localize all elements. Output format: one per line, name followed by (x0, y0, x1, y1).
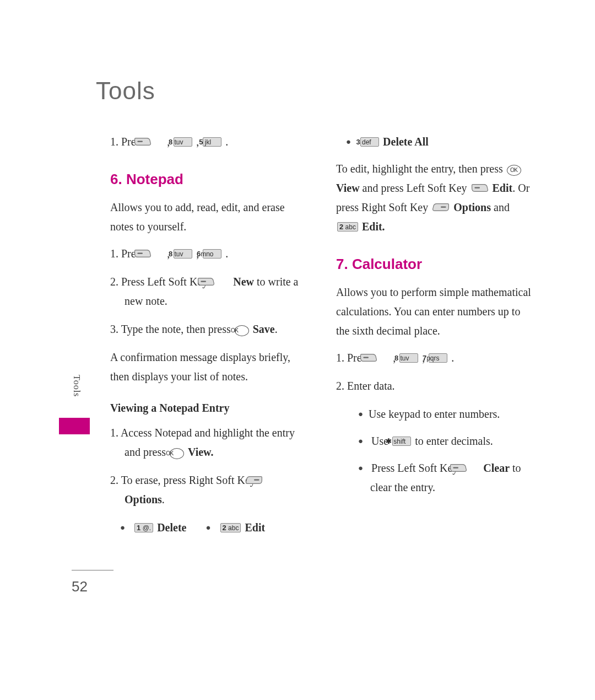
subheading: Viewing a Notepad Entry (110, 399, 309, 418)
right-column: 3 def Delete All To edit, highlight the … (336, 132, 534, 537)
key-8: 8 tuv (174, 249, 192, 259)
key-star: ✱ shift (392, 437, 411, 446)
step: 1. Press , 8 tuv , 6mno . (110, 244, 309, 263)
step: 1. Press , 8 tuv , 5 jkl . (110, 132, 309, 152)
side-tab-label: Tools (72, 375, 82, 397)
key-7: 7pqrs (429, 353, 447, 363)
bullet-item: Use ✱ shift to enter decimals. (358, 432, 534, 451)
left-softkey-icon (374, 349, 392, 358)
step: 2. Press Left Soft Key New to write a ne… (110, 272, 309, 311)
key-1: 1 @. (134, 523, 153, 532)
side-tab-mark (59, 418, 90, 434)
section-title-notepad: 6. Notepad (110, 167, 309, 192)
step-note: A confirmation message displays briefly,… (110, 348, 309, 386)
key-5: 5 jkl (203, 137, 221, 147)
section-title-calculator: 7. Calculator (336, 252, 534, 277)
bullet-item: Press Left Soft Key Clear to clear the e… (358, 459, 534, 497)
step: 1. Access Notepad and highlight the entr… (110, 423, 309, 462)
left-softkey-icon (471, 179, 489, 188)
option-delete-all: 3 def Delete All (346, 132, 534, 152)
ok-key-icon: OK (170, 448, 184, 459)
key-6: 6mno (203, 249, 221, 259)
right-softkey-icon (259, 471, 277, 480)
step: 2. To erase, press Right Soft Key Option… (110, 471, 309, 509)
step: 3. Type the note, then press OK Save. (110, 320, 309, 339)
ok-key-icon: OK (507, 165, 521, 176)
step: 1. Press , 8 tuv , 7pqrs . (336, 348, 534, 368)
key-3: 3 def (360, 137, 379, 147)
option-edit: 2 abc Edit (205, 518, 265, 537)
chapter-title: Tools (96, 77, 534, 105)
left-softkey-icon (462, 459, 479, 468)
page-number: 52 (72, 578, 88, 595)
edit-instructions: To edit, highlight the entry, then press… (336, 159, 534, 236)
bullet-item: Use keypad to enter numbers. (358, 405, 534, 424)
manual-page: Tools Tools 1. Press , 8 tuv , 5 jkl . 6… (0, 0, 595, 700)
key-2: 2 abc (220, 523, 241, 532)
right-softkey-icon (432, 198, 450, 207)
inline-options: 1 @. Delete 2 abc Edit (120, 518, 309, 537)
option-delete: 1 @. Delete (120, 518, 186, 537)
left-softkey-icon (212, 273, 229, 282)
section-intro: Allows you to perform simple mathematica… (336, 283, 534, 341)
left-column: 1. Press , 8 tuv , 5 jkl . 6. Notepad Al… (110, 132, 309, 537)
section-intro: Allows you to add, read, edit, and erase… (110, 198, 309, 236)
step: 2. Enter data. (336, 376, 534, 396)
left-softkey-icon (148, 245, 166, 254)
content-columns: 1. Press , 8 tuv , 5 jkl . 6. Notepad Al… (110, 132, 534, 537)
key-8: 8 tuv (399, 353, 418, 363)
key-2: 2 abc (337, 222, 358, 231)
left-softkey-icon (148, 133, 166, 142)
footer-rule (72, 570, 113, 570)
ok-key-icon: OK (235, 325, 249, 336)
key-8: 8 tuv (174, 137, 192, 147)
